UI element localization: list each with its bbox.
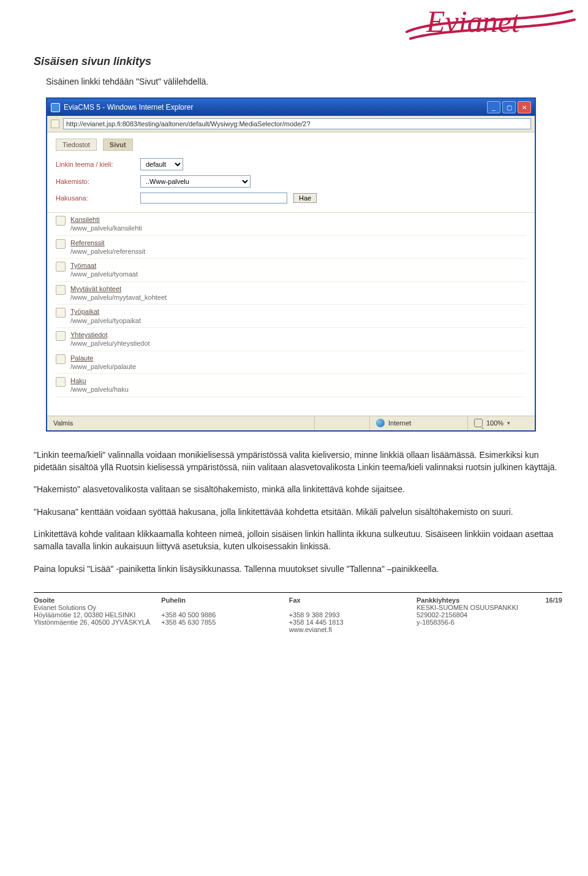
page-number: 16/19 [545,596,562,604]
footer-line: y-1858356-6 [417,619,562,626]
maximize-icon[interactable]: ▢ [502,101,516,113]
tab-sivut[interactable]: Sivut [103,139,133,151]
list-item-title[interactable]: Työmaat [70,261,138,270]
list-item[interactable]: Referenssit /www_palvelu/referenssit [56,236,526,259]
footer-line: Ylistönmäentie 26, 40500 JYVÄSKYLÄ [34,619,155,626]
page-icon [56,377,66,387]
ie-window-title: EviaCMS 5 - Windows Internet Explorer [64,103,487,112]
list-item[interactable]: Yhteystiedot /www_palvelu/yhteystiedot [56,328,526,351]
list-item-path: /www_palvelu/myytavat_kohteet [70,293,167,302]
page-heading: Sisäisen sivun linkitys [34,55,560,68]
list-item-path: /www_palvelu/palaute [70,362,136,371]
footer-line: +358 45 630 7855 [161,619,282,626]
close-icon[interactable]: ✕ [518,101,531,113]
footer-line: Evianet Solutions Oy [34,604,155,611]
zoom-icon[interactable] [474,419,483,427]
chevron-down-icon[interactable]: ▾ [507,420,510,426]
page-icon [56,354,66,364]
list-item[interactable]: Palaute /www_palvelu/palaute [56,351,526,375]
paragraph: Linkitettävä kohde valitaan klikkaamalla… [34,528,560,553]
search-input[interactable] [140,192,287,204]
footer-line: www.evianet.fi [289,626,410,633]
minimize-icon[interactable]: _ [487,101,500,113]
page-icon [56,331,66,341]
body-text: "Linkin teema/kieli" valinnalla voidaan … [34,449,560,575]
status-zoom: 100% [486,419,503,427]
list-item-title[interactable]: Haku [70,376,129,385]
list-item-path: /www_palvelu/tyomaat [70,270,138,278]
directory-label: Hakemisto: [56,178,140,185]
paragraph: "Hakusana" kenttään voidaan syöttää haku… [34,506,560,518]
ie-titlebar: EviaCMS 5 - Windows Internet Explorer _ … [47,99,535,116]
list-item-path: /www_palvelu/kansilehti [70,224,142,232]
list-item[interactable]: Työmaat /www_palvelu/tyomaat [56,259,526,282]
footer-line: +358 9 388 2993 [289,611,410,619]
results-list: Kansilehti /www_palvelu/kansilehti Refer… [47,213,535,416]
page-icon [56,239,66,249]
theme-select[interactable]: default [140,158,183,170]
list-item-title[interactable]: Palaute [70,354,136,362]
document-icon [51,120,59,128]
globe-icon [376,419,385,427]
list-item-path: /www_palvelu/referenssit [70,247,145,256]
address-url[interactable]: http://evianet.jsp.fi:8083/testing/aalto… [63,118,531,129]
list-item[interactable]: Myytävät kohteet /www_palvelu/myytavat_k… [56,282,526,305]
footer-phone-head: Puhelin [161,596,282,604]
footer-bank-head: Pankkiyhteys [417,596,459,604]
footer-line: +358 14 445 1813 [289,619,410,626]
page-icon [56,262,66,272]
page-icon [56,285,66,295]
ie-window: EviaCMS 5 - Windows Internet Explorer _ … [46,97,536,432]
footer-line: KESKI-SUOMEN OSUUSPANKKI [417,604,562,611]
footer-line: 529002-2156804 [417,611,562,619]
footer-fax-head: Fax [289,596,410,604]
paragraph: Paina lopuksi "Lisää" -painiketta linkin… [34,563,560,575]
status-zone: Internet [388,419,411,427]
ie-status-bar: Valmis Internet 100% ▾ [47,416,535,430]
list-item-path: /www_palvelu/haku [70,385,129,394]
page-icon [56,308,66,318]
paragraph: "Linkin teema/kieli" valinnalla voidaan … [34,449,560,474]
page-icon [56,216,66,226]
footer-address-head: Osoite [34,596,155,604]
list-item[interactable]: Haku /www_palvelu/haku [56,374,526,397]
paragraph: "Hakemisto" alasvetovalikosta valitaan s… [34,483,560,495]
list-item-title[interactable]: Referenssit [70,238,145,247]
intro-paragraph: Sisäinen linkki tehdään "Sivut" välilehd… [46,77,560,86]
ie-address-bar: http://evianet.jsp.fi:8083/testing/aalto… [47,116,535,132]
list-item-title[interactable]: Myytävät kohteet [70,284,167,293]
footer-line: Höyläämötie 12, 00380 HELSINKI [34,611,155,619]
theme-label: Linkin teema / kieli: [56,161,140,168]
list-item-path: /www_palvelu/yhteystiedot [70,339,150,348]
list-item-title[interactable]: Yhteystiedot [70,330,150,339]
list-item-title[interactable]: Työpaikat [70,307,141,316]
list-item[interactable]: Kansilehti /www_palvelu/kansilehti [56,213,526,236]
list-item-path: /www_palvelu/tyopaikat [70,316,141,325]
directory-select[interactable]: ..Www-palvelu [140,175,251,188]
list-item[interactable]: Työpaikat /www_palvelu/tyopaikat [56,305,526,328]
tab-tiedostot[interactable]: Tiedostot [56,139,97,151]
footer: Osoite Evianet Solutions Oy Höyläämötie … [34,592,562,633]
footer-line: +358 40 500 9886 [161,611,282,619]
search-label: Hakusana: [56,194,140,202]
status-done: Valmis [47,416,314,430]
ie-favicon-icon [51,103,60,112]
search-button[interactable]: Hae [293,193,317,203]
list-item-title[interactable]: Kansilehti [70,215,142,224]
